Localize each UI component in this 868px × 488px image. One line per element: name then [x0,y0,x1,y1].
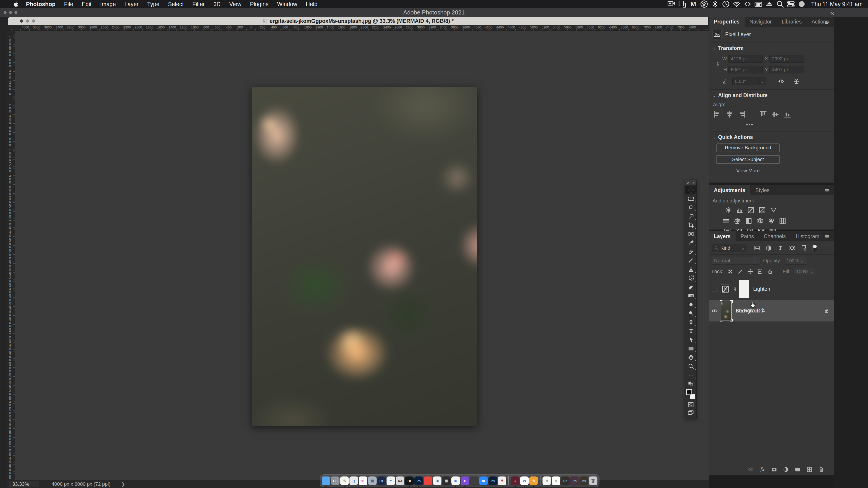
layer-name[interactable]: Lighten [753,286,770,292]
dock-clip-red[interactable] [424,477,432,485]
filter-toggle[interactable] [812,244,817,252]
y-field[interactable]: 4497 px [770,66,804,73]
properties-tab-properties[interactable]: Properties [709,17,745,27]
rotation-angle-field[interactable]: 0.00°⌄ [733,77,766,85]
height-field[interactable]: 6061 px [728,66,763,73]
adj-chmix-icon[interactable] [767,217,775,225]
panel-menu-icon[interactable] [824,19,831,26]
adjustments-tab-adjustments[interactable]: Adjustments [709,185,750,195]
adj-bright-icon[interactable] [724,206,733,214]
wifi-icon[interactable] [732,0,741,8]
menu-item-view[interactable]: View [225,1,246,7]
menu-item-3d[interactable]: 3D [209,1,225,7]
menu-item-plugins[interactable]: Plugins [246,1,273,7]
opacity-field[interactable]: 100%⌄ [784,257,806,265]
layer-style-fx-icon[interactable]: fx [759,466,766,473]
dock-zoom-app[interactable]: ▭ [479,477,488,485]
history-tool[interactable] [685,273,697,283]
select-subject-button[interactable]: Select Subject [716,155,780,164]
folder-icon[interactable] [794,466,801,473]
lasso-tool[interactable] [685,203,697,212]
dock-word-w[interactable]: W [520,477,529,485]
dock-doc-1[interactable]: ≣ [542,477,551,485]
dock-bridge[interactable]: Br [405,477,414,485]
dock-pen-orange[interactable]: ✎ [529,477,538,485]
adj-levels-icon[interactable] [736,206,744,214]
panel-menu-icon[interactable] [824,188,831,194]
filt-smart-filter-icon[interactable] [800,245,807,252]
dock-photoshop-2[interactable]: Ps [489,477,497,485]
width-field[interactable]: 4126 px [728,55,763,63]
menu-app-name[interactable]: Photoshop [22,1,60,7]
align-top-icon[interactable] [758,110,768,119]
dock-medical[interactable]: ✚ [498,477,506,485]
filt-type-filter-icon[interactable]: T [777,245,784,252]
trash-icon[interactable] [818,466,825,473]
align-hcenter-icon[interactable] [725,110,734,119]
chevron-down-icon[interactable]: ⌄ [712,46,716,51]
remove-background-button[interactable]: Remove Background [716,143,780,152]
brush-tool[interactable] [685,256,697,265]
dock-safari[interactable]: ✦ [386,477,395,485]
siri-icon[interactable] [797,0,806,8]
x-field[interactable]: 2992 px [770,55,804,63]
eject-icon[interactable] [765,0,774,8]
adj-photofilter-icon[interactable] [756,217,764,225]
lock-brush-icon[interactable] [737,268,743,275]
blend-mode-dropdown[interactable]: Normal⌄ [712,257,760,265]
blur-tool[interactable] [685,300,697,309]
move-tool[interactable] [685,186,697,194]
dock-ps-file-2[interactable]: Ps [570,477,579,485]
menu-item-type[interactable]: Type [143,1,164,7]
adj-exposure-icon[interactable] [758,206,766,214]
eyedropper-tool[interactable] [685,238,697,247]
expand-icon[interactable]: » [693,181,695,185]
chain-icon[interactable] [747,466,754,473]
status-chevron-icon[interactable]: ❯ [121,482,125,487]
rectangle-tool[interactable] [685,344,697,353]
eraser-tool[interactable] [685,283,697,291]
dock-shutter[interactable]: ◎ [433,477,441,485]
bluetooth-icon[interactable] [710,0,719,8]
default-colors-icon[interactable] [687,381,694,387]
lock-lock-icon[interactable] [767,268,773,275]
dock-trash[interactable] [589,477,597,485]
filt-image-filter-icon[interactable] [753,245,761,252]
marquee-tool[interactable] [685,194,697,203]
dock-ps-file-3[interactable]: Ps [580,477,588,485]
foreground-background-swatches[interactable] [686,389,695,399]
adj-bw-icon[interactable] [745,217,753,225]
search-icon[interactable] [776,0,784,8]
layers-tab-histogram[interactable]: Histogram [791,231,825,241]
quick-mask-icon[interactable] [687,401,694,408]
adj-colorbal-icon[interactable] [733,217,741,225]
menu-item-layer[interactable]: Layer [120,1,143,7]
align-vcenter-icon[interactable] [771,110,780,119]
dock-quicktime[interactable]: Q [349,477,358,485]
apple-menu-icon[interactable] [13,1,20,7]
align-more-button[interactable]: ••• [712,122,787,128]
frame-tool[interactable] [685,230,697,238]
tab-traffic-dots[interactable] [20,20,35,23]
align-right-icon[interactable] [737,110,746,119]
dock-notes[interactable]: ✎ [340,477,349,485]
filt-shape-filter-icon[interactable] [788,245,796,252]
code-icon[interactable] [743,0,752,8]
accessibility-icon[interactable] [700,0,709,8]
chevron-down-icon[interactable]: ⌄ [712,94,716,98]
half-icon[interactable] [782,466,789,473]
collapse-panels-icon[interactable]: « [830,9,834,17]
view-more-link[interactable]: View More [712,168,783,174]
curves-adjustment-thumbnail[interactable] [721,285,730,294]
document-tab[interactable]: ergita-sela-jkomGgpoxMs-unsplash.jpg @ 3… [8,17,708,25]
layer-row-lighten[interactable]: Lighten [709,278,834,300]
mask-icon-icon[interactable] [771,466,778,473]
dock-fonts[interactable]: AA [396,477,404,485]
layer-row-background[interactable]: Background [709,300,834,322]
menu-item-window[interactable]: Window [273,1,302,7]
adj-huesat-icon[interactable] [722,217,730,225]
zoom-tool[interactable] [685,362,697,370]
display-record-icon[interactable] [667,0,676,8]
lock-lockrow-bounds-icon[interactable] [757,268,763,275]
visibility-toggle[interactable] [709,287,721,292]
